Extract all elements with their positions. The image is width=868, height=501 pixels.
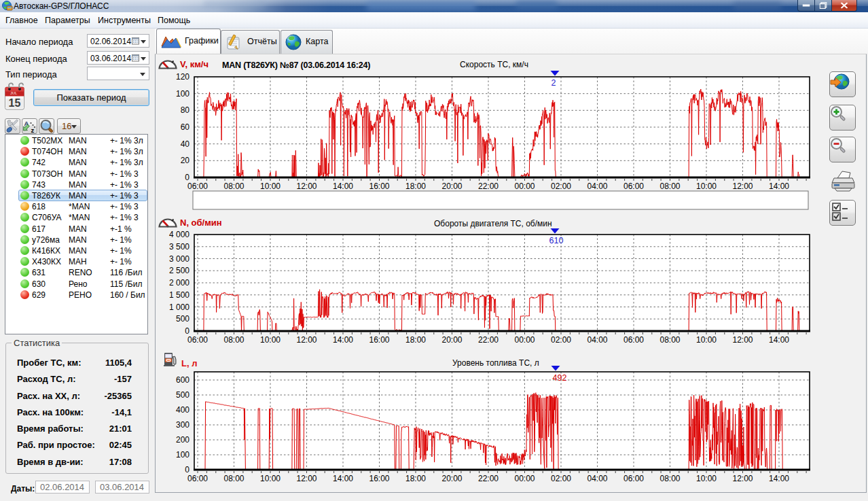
svg-text:400: 400 xyxy=(176,405,189,415)
svg-text:16:00: 16:00 xyxy=(369,474,389,483)
svg-text:500: 500 xyxy=(176,314,189,324)
svg-text:12:00: 12:00 xyxy=(296,474,317,483)
svg-text:06:00: 06:00 xyxy=(623,182,644,191)
svg-text:4 000: 4 000 xyxy=(169,230,189,239)
svg-text:10:00: 10:00 xyxy=(696,335,717,345)
svg-text:04:00: 04:00 xyxy=(587,182,607,191)
svg-text:14:00: 14:00 xyxy=(769,474,789,483)
svg-text:300: 300 xyxy=(176,420,189,430)
svg-text:12:00: 12:00 xyxy=(296,335,317,345)
svg-text:18:00: 18:00 xyxy=(405,335,426,345)
svg-text:08:00: 08:00 xyxy=(659,335,680,345)
svg-text:04:00: 04:00 xyxy=(587,474,607,483)
svg-text:02:00: 02:00 xyxy=(551,335,571,345)
svg-text:06:00: 06:00 xyxy=(623,474,644,483)
svg-text:40: 40 xyxy=(181,139,190,149)
svg-text:14:00: 14:00 xyxy=(333,182,353,191)
svg-text:2 000: 2 000 xyxy=(169,278,189,288)
svg-text:16:00: 16:00 xyxy=(369,182,389,191)
svg-text:10:00: 10:00 xyxy=(260,335,281,345)
svg-text:08:00: 08:00 xyxy=(223,474,244,483)
svg-text:02:00: 02:00 xyxy=(551,182,571,191)
svg-text:20:00: 20:00 xyxy=(441,335,462,345)
svg-text:06:00: 06:00 xyxy=(623,335,644,345)
svg-text:3 000: 3 000 xyxy=(169,254,189,264)
svg-text:0: 0 xyxy=(185,326,189,336)
svg-text:00:00: 00:00 xyxy=(514,182,535,191)
svg-text:500: 500 xyxy=(176,390,189,400)
svg-text:80: 80 xyxy=(181,105,190,115)
svg-text:1 000: 1 000 xyxy=(169,303,189,312)
svg-text:0: 0 xyxy=(185,465,189,474)
svg-text:200: 200 xyxy=(176,435,189,445)
svg-text:3 500: 3 500 xyxy=(169,242,189,252)
svg-text:12:00: 12:00 xyxy=(732,474,753,483)
svg-text:10:00: 10:00 xyxy=(260,474,281,483)
svg-text:100: 100 xyxy=(176,450,189,460)
svg-text:08:00: 08:00 xyxy=(659,474,680,483)
svg-text:100: 100 xyxy=(176,89,189,99)
svg-text:06:00: 06:00 xyxy=(187,182,208,191)
svg-text:14:00: 14:00 xyxy=(333,474,353,483)
svg-text:02:00: 02:00 xyxy=(551,474,571,483)
svg-text:14:00: 14:00 xyxy=(769,182,789,191)
svg-text:10:00: 10:00 xyxy=(696,182,717,191)
svg-text:0: 0 xyxy=(185,173,189,182)
svg-text:120: 120 xyxy=(176,72,189,82)
svg-text:600: 600 xyxy=(176,375,189,385)
svg-text:610: 610 xyxy=(549,236,564,245)
svg-text:06:00: 06:00 xyxy=(187,474,208,483)
svg-text:492: 492 xyxy=(553,373,567,383)
svg-text:22:00: 22:00 xyxy=(478,335,499,345)
svg-text:16:00: 16:00 xyxy=(369,335,389,345)
svg-text:1 500: 1 500 xyxy=(169,290,189,300)
svg-text:14:00: 14:00 xyxy=(769,335,789,345)
svg-text:22:00: 22:00 xyxy=(478,182,499,191)
svg-text:22:00: 22:00 xyxy=(478,474,499,483)
svg-text:08:00: 08:00 xyxy=(223,335,244,345)
svg-text:60: 60 xyxy=(181,122,190,132)
svg-text:08:00: 08:00 xyxy=(223,182,244,191)
svg-text:14:00: 14:00 xyxy=(333,335,353,345)
svg-text:06:00: 06:00 xyxy=(187,335,208,345)
svg-text:12:00: 12:00 xyxy=(732,182,753,191)
svg-text:2: 2 xyxy=(551,78,556,88)
svg-text:20: 20 xyxy=(181,156,190,165)
svg-text:10:00: 10:00 xyxy=(696,474,717,483)
svg-text:12:00: 12:00 xyxy=(732,335,753,345)
svg-text:04:00: 04:00 xyxy=(587,335,607,345)
svg-text:2 500: 2 500 xyxy=(169,266,189,275)
svg-text:18:00: 18:00 xyxy=(405,182,426,191)
svg-text:20:00: 20:00 xyxy=(441,474,462,483)
svg-text:08:00: 08:00 xyxy=(659,182,680,191)
svg-text:10:00: 10:00 xyxy=(260,182,281,191)
svg-text:20:00: 20:00 xyxy=(441,182,462,191)
svg-text:00:00: 00:00 xyxy=(514,474,535,483)
svg-text:00:00: 00:00 xyxy=(514,335,535,345)
svg-text:18:00: 18:00 xyxy=(405,474,426,483)
svg-text:12:00: 12:00 xyxy=(296,182,317,191)
